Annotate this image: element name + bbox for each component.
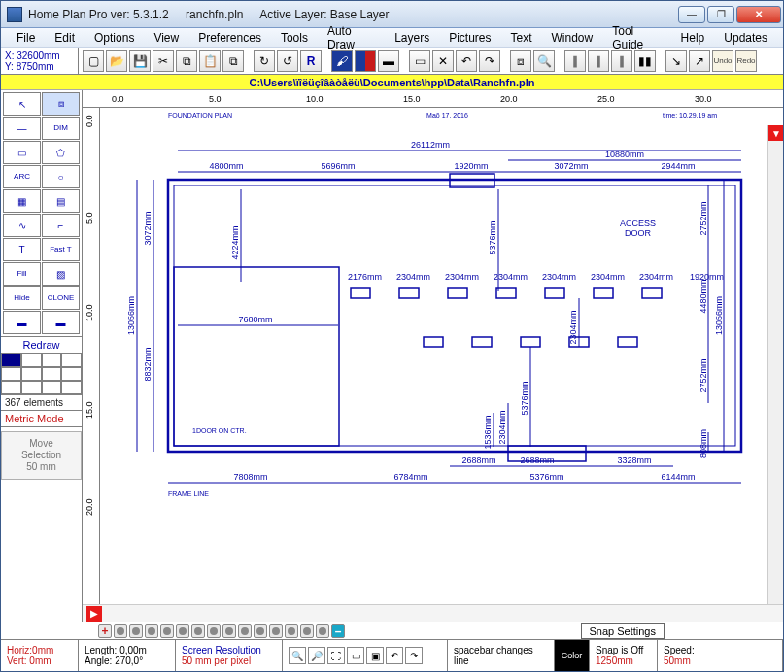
horizontal-scrollbar[interactable]: ▶ — [83, 604, 783, 622]
layer-dot[interactable] — [129, 624, 143, 638]
brush-icon[interactable]: 🖌 — [331, 50, 353, 72]
minimize-button[interactable]: — — [678, 6, 705, 23]
close-button[interactable]: ✕ — [736, 6, 781, 23]
move-selection-panel[interactable]: Move Selection 50 mm — [1, 431, 82, 480]
menu-help[interactable]: Help — [671, 29, 715, 47]
align-2-icon[interactable]: ∥ — [588, 50, 609, 72]
clip-icon[interactable]: ⧉ — [222, 50, 244, 72]
fill-tool[interactable]: Fill — [3, 262, 41, 286]
palette-swatch[interactable] — [21, 367, 42, 381]
color2-tool[interactable]: ▬ — [42, 311, 80, 334]
redo-label-button[interactable]: Redo — [735, 50, 757, 72]
menu-tools[interactable]: Tools — [271, 29, 318, 47]
palette-swatch[interactable] — [21, 381, 42, 394]
palette-swatch[interactable] — [61, 367, 82, 381]
palette-swatch[interactable] — [42, 381, 62, 394]
dim-tool[interactable]: DIM — [42, 117, 80, 140]
layer-dot[interactable] — [300, 624, 314, 638]
palette-swatch[interactable] — [42, 367, 62, 381]
menu-window[interactable]: Window — [542, 29, 603, 47]
palette-swatch[interactable] — [21, 353, 42, 367]
wall2-icon[interactable]: ▬ — [378, 50, 399, 72]
marquee-tool[interactable]: ⧈ — [42, 92, 80, 116]
undo-icon[interactable]: ↶ — [456, 50, 477, 72]
window-tool[interactable]: ▦ — [3, 189, 41, 213]
menu-updates[interactable]: Updates — [714, 29, 777, 47]
redo-icon[interactable]: ↷ — [479, 50, 500, 72]
bars-icon[interactable]: ▮▮ — [634, 50, 656, 72]
find-icon[interactable]: 🔍 — [533, 50, 555, 72]
zoom-area-icon[interactable]: ⧈ — [510, 50, 531, 72]
select-icon[interactable]: ▭ — [409, 50, 430, 72]
layer-dot[interactable] — [269, 624, 283, 638]
palette-swatch[interactable] — [61, 353, 82, 367]
cut-icon[interactable]: ✂ — [153, 50, 174, 72]
menu-view[interactable]: View — [144, 29, 188, 47]
align-3-icon[interactable]: ∥ — [611, 50, 632, 72]
open-icon[interactable]: 📂 — [106, 50, 127, 72]
menu-text[interactable]: Text — [501, 29, 542, 47]
palette-swatch[interactable] — [1, 353, 21, 367]
zoom-fit-icon[interactable]: ⛶ — [327, 647, 345, 664]
vertical-ruler[interactable]: 0.05.010.015.020.0 — [83, 108, 100, 604]
drawing-canvas[interactable]: 0.05.010.015.020.0 ▼ FOUNDATION PLAN Maõ… — [83, 108, 783, 604]
break-tool[interactable]: ⌐ — [42, 214, 80, 237]
new-icon[interactable]: ▢ — [83, 50, 104, 72]
color-palette[interactable] — [1, 353, 82, 395]
color-button[interactable]: Color — [555, 640, 590, 671]
tool-extra-2-icon[interactable]: ↗ — [689, 50, 710, 72]
tool-extra-1-icon[interactable]: ↘ — [665, 50, 687, 72]
layer-remove-button[interactable]: – — [331, 624, 345, 638]
rotate-cw-icon[interactable]: ↻ — [254, 50, 275, 72]
layer-dot[interactable] — [191, 624, 205, 638]
horizontal-ruler[interactable]: 0.05.010.015.020.025.030.0 — [83, 90, 783, 108]
hide-tool[interactable]: Hide — [3, 286, 41, 310]
menu-edit[interactable]: Edit — [45, 29, 85, 47]
snap-state[interactable]: Snap is Off — [596, 645, 651, 655]
menu-layers[interactable]: Layers — [385, 29, 439, 47]
undo-label-button[interactable]: Undo — [712, 50, 733, 72]
layer-dot[interactable] — [285, 624, 298, 638]
paste-icon[interactable]: 📋 — [199, 50, 221, 72]
save-icon[interactable]: 💾 — [129, 50, 151, 72]
layer-dot[interactable] — [316, 624, 329, 638]
layer-dot[interactable] — [254, 624, 267, 638]
zoom-1-icon[interactable]: ▣ — [366, 647, 384, 664]
maximize-button[interactable]: ❐ — [707, 6, 734, 23]
menu-pictures[interactable]: Pictures — [439, 29, 500, 47]
curve-tool[interactable]: ∿ — [3, 214, 41, 237]
wall-color-icon[interactable] — [355, 50, 376, 72]
zoom-redo-icon[interactable]: ↷ — [405, 647, 423, 664]
text-tool[interactable]: T — [3, 238, 41, 261]
arc-tool[interactable]: ARC — [3, 165, 41, 188]
metric-mode-label[interactable]: Metric Mode — [1, 410, 82, 427]
scroll-right-icon[interactable]: ▶ — [86, 606, 102, 622]
layer-dot[interactable] — [160, 624, 174, 638]
zoom-in-icon[interactable]: 🔍 — [289, 647, 306, 664]
palette-swatch[interactable] — [42, 353, 62, 367]
layer-dot[interactable] — [176, 624, 189, 638]
copy-icon[interactable]: ⧉ — [176, 50, 197, 72]
rotate-ccw-icon[interactable]: ↺ — [277, 50, 298, 72]
door-tool[interactable]: ▤ — [42, 189, 80, 213]
align-1-icon[interactable]: ∥ — [564, 50, 586, 72]
r-button[interactable]: R — [300, 50, 322, 72]
pointer-tool[interactable]: ↖ — [3, 92, 41, 116]
snap-settings-button[interactable]: Snap Settings — [581, 623, 665, 639]
hatch-tool[interactable]: ▨ — [42, 262, 80, 286]
zoom-sel-icon[interactable]: ▭ — [347, 647, 364, 664]
fast-text-tool[interactable]: Fast T — [42, 238, 80, 261]
layer-add-button[interactable]: + — [98, 624, 112, 638]
menu-options[interactable]: Options — [85, 29, 144, 47]
layer-dot[interactable] — [207, 624, 221, 638]
line-tool[interactable]: — — [3, 117, 41, 140]
palette-swatch[interactable] — [1, 381, 21, 394]
layer-dot[interactable] — [238, 624, 252, 638]
layer-dot[interactable] — [222, 624, 236, 638]
palette-swatch[interactable] — [1, 367, 21, 381]
zoom-undo-icon[interactable]: ↶ — [386, 647, 403, 664]
color1-tool[interactable]: ▬ — [3, 311, 41, 334]
zoom-out-icon[interactable]: 🔎 — [308, 647, 325, 664]
erase-icon[interactable]: ✕ — [432, 50, 454, 72]
rect-tool[interactable]: ▭ — [3, 141, 41, 164]
